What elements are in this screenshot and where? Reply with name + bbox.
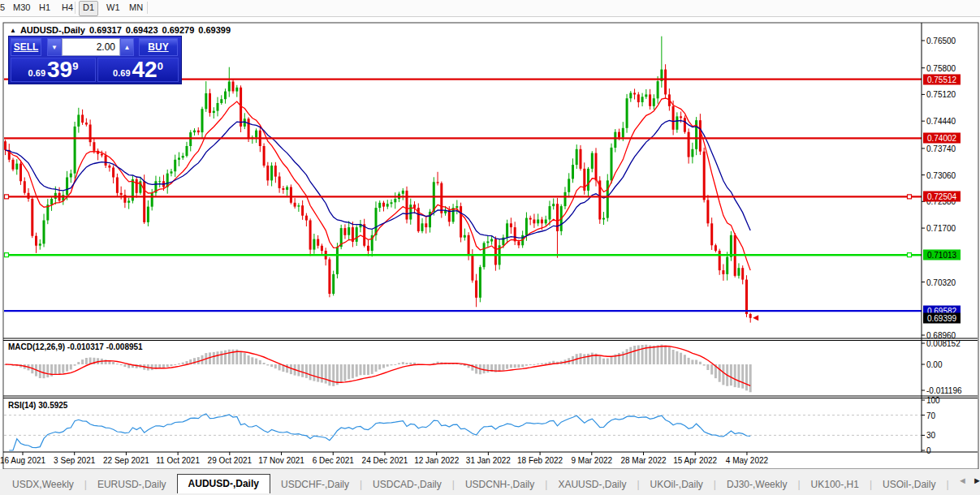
buy-price-big: 42 [132,58,158,81]
macd-axis-label: 0.008152 [926,339,961,348]
date-tick-label: 17 Nov 2021 [258,456,304,465]
tab-audusd-daily[interactable]: AUDUSD-,Daily [177,474,270,493]
date-tick-label: 9 Mar 2022 [572,456,613,465]
rsi-axis-label: 100 [926,396,940,405]
level-price-badge: 0.71013 [923,250,961,260]
sell-button[interactable]: SELL [11,38,41,56]
level-price-badge: 0.75512 [923,74,961,84]
volume-decrease-button[interactable]: ▼ [47,38,62,56]
mt4-terminal: { "toolbar": { "timeframes": ["5", "M30"… [0,0,980,495]
sell-price-prefix: 0.69 [28,68,45,78]
chart-window [3,23,978,469]
rsi-label: RSI(14) 30.5925 [8,401,67,410]
level-price-badge: 0.72504 [923,192,961,202]
ohlc-low: 0.69279 [162,25,195,35]
buy-price-display[interactable]: 0.69 42 0 [97,58,179,82]
timeframe-button-h1[interactable]: H1 [36,1,54,15]
volume-increase-button[interactable]: ▲ [120,38,134,56]
price-tick-label: 0.75120 [926,90,956,99]
toolbar-separator [75,2,76,14]
macd-axis-label: 0.00 [926,360,942,369]
date-tick-label: 31 Jan 2022 [466,456,511,465]
buy-price-pip: 0 [158,60,163,72]
chart-title-row: ▲AUDUSD-,Daily0.693170.694230.692790.693… [10,25,235,37]
tab-scroll-right-icon[interactable]: ► [973,476,980,485]
tab-uk100-h1[interactable]: UK100-,H1 [801,476,870,493]
tab-scroll-left-icon[interactable]: ◄ [958,476,967,485]
timeframe-button-mn[interactable]: MN [126,1,146,15]
tab-eurusd-daily[interactable]: EURUSD-,Daily [87,476,177,493]
rsi-axis-label: 0 [926,446,931,455]
date-tick-label: 11 Oct 2021 [156,456,200,465]
level-price-badge: 0.74002 [923,133,961,144]
macd-label: MACD(12,26,9) -0.010317 -0.008951 [8,342,143,351]
timeframe-button-m30[interactable]: M30 [10,1,33,15]
price-tick-label: 0.75800 [926,63,956,72]
date-tick-label: 15 Apr 2022 [673,456,717,465]
tab-scroll-arrows: ◄ ► [958,476,980,485]
date-tick-label: 29 Oct 2021 [208,456,252,465]
one-click-trade-panel: SELL ▼ 2.00 ▲ BUY 0.69 39 9 0.69 42 0 [8,36,182,84]
timeframe-button-w1[interactable]: W1 [103,1,123,15]
date-tick-label: 4 May 2022 [726,456,768,465]
one-click-panel-toggle-icon[interactable]: ▲ [10,27,16,34]
timeframe-button-h4[interactable]: H4 [58,1,76,15]
tab-xauusd-daily[interactable]: XAUUSD-,Daily [547,476,637,493]
tab-usoil-daily[interactable]: USOil-,Daily [872,476,946,493]
sell-price-big: 39 [47,58,72,81]
timeframe-toolbar: 5M30H1H4D1W1MN [0,0,980,17]
rsi-axis-label: 30 [926,431,935,440]
date-tick-label: 22 Sep 2021 [103,456,149,465]
date-tick-label: 12 Jan 2022 [414,456,459,465]
ohlc-open: 0.69317 [89,25,122,35]
sell-price-pip: 9 [72,60,78,72]
volume-input[interactable]: 2.00 [62,38,120,56]
tab-usdchf-daily[interactable]: USDCHF-,Daily [270,476,360,493]
date-tick-label: 3 Sep 2021 [54,456,95,465]
price-tick-label: 0.73740 [926,144,956,153]
toolbar-separator [147,2,148,14]
tab-hk50-i[interactable]: HK50-,I [949,476,956,493]
ohlc-close: 0.69399 [198,25,231,35]
date-tick-label: 28 Mar 2022 [620,456,666,465]
price-tick-label: 0.76500 [926,37,956,45]
price-tick-label: 0.73060 [926,170,956,179]
date-tick-label: 18 Feb 2022 [517,456,563,465]
chart-title: AUDUSD-,Daily [20,25,85,35]
buy-price-prefix: 0.69 [113,68,130,78]
current-price-badge: 0.69399 [923,312,961,323]
timeframe-button-d1[interactable]: D1 [79,1,98,16]
sell-price-display[interactable]: 0.69 39 9 [11,58,96,82]
date-tick-label: 24 Dec 2021 [362,456,408,465]
rsi-axis-label: 70 [926,411,935,420]
buy-button[interactable]: BUY [139,38,178,56]
tab-usdcnh-daily[interactable]: USDCNH-,Daily [455,476,545,493]
price-tick-label: 0.71700 [926,224,956,233]
tab-usdx-weekly[interactable]: USDX,Weekly [2,476,84,493]
date-tick-label: 6 Dec 2021 [313,456,354,465]
chart-tabs-bar: USDX,Weekly|EURUSD-,DailyAUDUSD-,DailyUS… [2,474,956,493]
macd-axis-label: -0.011196 [926,386,962,395]
ohlc-high: 0.69423 [126,25,158,35]
price-tick-label: 0.74440 [926,117,956,126]
date-tick-label: 16 Aug 2021 [0,456,45,465]
tab-dj30-weekly[interactable]: DJ30-,Weekly [716,476,797,493]
tab-usdcad-daily[interactable]: USDCAD-,Daily [362,476,452,493]
price-tick-label: 0.70320 [926,278,956,286]
timeframe-button-5[interactable]: 5 [0,1,6,15]
tab-ukoil-daily[interactable]: UKOil-,Daily [640,476,714,493]
